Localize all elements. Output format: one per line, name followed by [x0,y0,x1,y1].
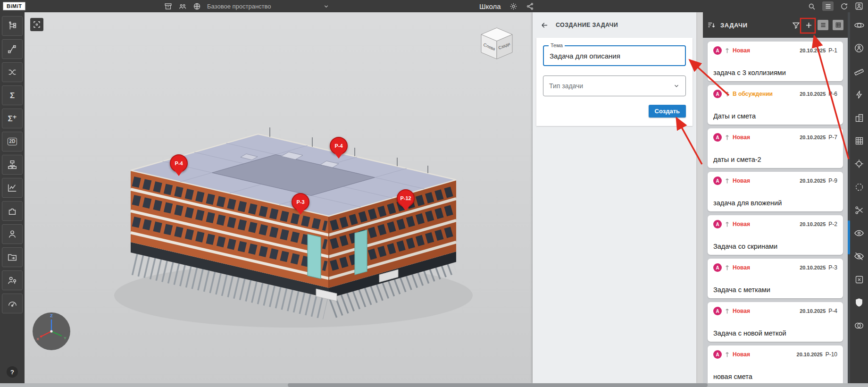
task-type-select[interactable]: Тип задачи [543,76,686,96]
show-element-icon [854,228,864,238]
task-title: новая смета [713,373,837,380]
team-icon[interactable] [178,2,187,10]
search-icon[interactable] [808,2,816,10]
horizontal-scrollbar[interactable] [0,383,868,387]
toolbar-button-section-cut[interactable] [852,203,866,217]
toolbar-button-protect[interactable] [852,295,866,310]
theme-input-label: Тема [549,42,565,48]
priority-icon [725,48,730,54]
tasks-panel-header: ЗАДАЧИ [703,12,848,38]
create-button[interactable]: Создать [649,105,686,118]
task-date: 20.10.2025 [800,91,826,97]
view-cube[interactable]: Слева Сзади [475,22,518,63]
sidebar-button-user-location[interactable] [2,270,23,290]
sidebar-button-sum[interactable]: Σ [2,85,23,105]
task-type-placeholder: Тип задачи [549,82,583,90]
building-model-3d[interactable] [25,12,533,383]
toolbar-button-clear-selection[interactable] [852,272,866,286]
help-button[interactable]: ? [7,366,18,378]
sidebar-button-connections[interactable] [2,62,23,82]
task-card[interactable]: A Новая 20.10.2025 P-3 Задача с метками [708,259,843,298]
toolbar-button-sphere[interactable] [852,180,866,194]
spaces-globe-icon[interactable] [193,2,201,10]
sidebar-button-2d-view[interactable]: 2D [2,132,23,151]
board-view-icon[interactable] [818,20,828,30]
tasks-list: A Новая 20.10.2025 P-1 задача с 3 коллиз… [703,38,848,383]
task-pin[interactable]: P-3 [292,193,309,211]
toolbar-button-show-element[interactable] [852,226,866,240]
gizmo-z-label: Z [50,313,53,318]
task-card[interactable]: A В обсуждении 20.10.2025 P-6 Даты и сме… [708,85,843,125]
sidebar-button-sum-add[interactable]: Σ⁺ [2,109,23,128]
theme-input[interactable]: Тема Задача для описания [543,45,686,66]
task-card[interactable]: A Новая 20.10.2025 P-1 задача с 3 коллиз… [708,42,843,81]
create-task-panel-title: СОЗДАНИЕ ЗАДАЧИ [556,22,618,28]
task-pin[interactable]: P-4 [330,137,348,155]
task-card[interactable]: A Новая 20.10.2025 P-2 Задача со скринам… [708,215,843,255]
section-cut-icon [854,205,864,215]
create-task-panel: СОЗДАНИЕ ЗАДАЧИ Тема Задача для описания… [533,12,696,383]
task-card[interactable]: A Новая 20.10.2025 P-10 новая смета [708,345,843,383]
avatar: A [713,350,722,359]
table-view-icon[interactable] [833,20,843,30]
sort-icon[interactable] [707,21,716,30]
horizontal-scrollbar-thumb[interactable] [288,383,708,387]
toolbar-button-clash[interactable] [852,87,866,101]
hierarchy-icon [7,160,17,170]
toolbar-button-focus-target[interactable] [852,157,866,171]
priority-icon [725,221,730,227]
sidebar-button-chart[interactable] [2,178,23,198]
app-logo: BiMiT [3,2,25,10]
task-title: Задача с новой меткой [713,329,837,337]
task-title: Задача со скринами [713,243,837,250]
viewport-3d[interactable]: Слева Сзади Z X Y P-4 P-4 P-3 P-12 [25,12,533,383]
sidebar-button-gauge[interactable] [2,294,23,313]
task-pin[interactable]: P-4 [170,154,188,172]
user-location-icon [7,275,17,286]
task-status: Новая [733,221,750,227]
workspace-selector[interactable]: Базовое пространство [207,3,329,10]
sidebar-button-plugins[interactable] [2,201,23,221]
gizmo-x-label: X [36,337,39,341]
archive-icon[interactable] [164,2,172,10]
point-graph-icon [7,44,17,54]
fit-view-button[interactable] [30,18,43,31]
toolbar-button-compare[interactable] [852,319,866,333]
task-card[interactable]: A Новая 20.10.2025 P-7 даты и смета-2 [708,128,843,168]
toolbar-button-measure[interactable] [852,64,866,78]
task-id: P-2 [828,221,837,227]
settings-gear-icon[interactable] [509,2,517,10]
sidebar-button-users[interactable] [2,224,23,244]
filter-icon[interactable] [792,21,800,29]
add-task-icon[interactable] [804,21,813,30]
sidebar-button-shared-folder[interactable] [2,247,23,267]
toolbar-button-orbit[interactable] [852,18,866,32]
navigation-gizmo[interactable]: Z X Y [32,311,71,351]
toolbar-button-structure[interactable] [852,110,866,125]
clash-icon [854,90,864,100]
toolbar-button-hide-element[interactable] [852,249,866,263]
connections-icon [7,67,17,77]
back-arrow-icon[interactable] [540,21,549,30]
sidebar-button-model-tree[interactable] [2,16,23,36]
profile-icon[interactable] [855,2,863,10]
toolbar-button-grid-view[interactable] [852,134,866,148]
task-date: 20.10.2025 [800,265,826,270]
toolbar-button-walk-mode[interactable] [852,41,866,55]
task-card[interactable]: A Новая 20.10.2025 P-4 Задача с новой ме… [708,302,843,342]
task-card[interactable]: A Новая 20.10.2025 P-9 задача для вложен… [708,172,843,211]
task-date: 20.10.2025 [800,221,826,227]
sum-add-icon: Σ⁺ [8,115,17,123]
priority-icon [725,352,730,358]
task-status: Новая [733,134,750,141]
refresh-icon[interactable] [840,2,848,10]
protect-icon [854,297,864,308]
sidebar-button-hierarchy[interactable] [2,155,23,175]
share-icon[interactable] [526,2,534,10]
task-pin[interactable]: P-12 [397,189,415,207]
workspace-selector-label: Базовое пространство [207,3,271,10]
task-title: Даты и смета [713,112,837,120]
list-view-icon[interactable] [822,1,834,11]
sidebar-button-point-graph[interactable] [2,39,23,59]
measure-icon [854,66,864,76]
